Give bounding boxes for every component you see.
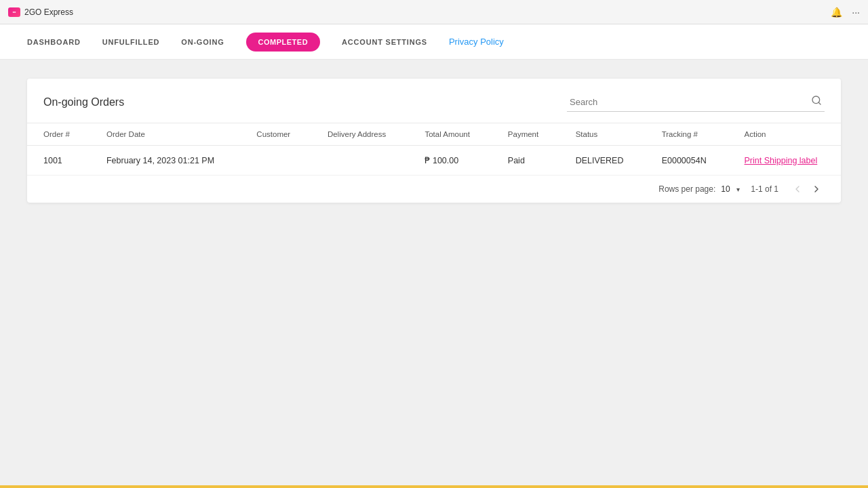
nav-item-account-settings[interactable]: ACCOUNT SETTINGS: [342, 34, 427, 50]
col-status: Status: [559, 123, 646, 146]
table-row: 1001 February 14, 2023 01:21 PM ₱ 100.00…: [27, 146, 841, 176]
search-input[interactable]: [570, 97, 811, 107]
col-payment: Payment: [492, 123, 559, 146]
svg-line-1: [818, 102, 821, 104]
browser-bar: ∞ 2GO Express 🔔 ···: [0, 0, 868, 24]
col-customer: Customer: [240, 123, 311, 146]
app-name: 2GO Express: [24, 7, 73, 17]
cell-order-0: 1001: [27, 146, 90, 176]
nav-item-ongoing[interactable]: ON-GOING: [181, 34, 224, 50]
main-content: On-going Orders Order # Ord: [0, 60, 868, 222]
col-order: Order #: [27, 123, 90, 146]
bell-icon[interactable]: 🔔: [831, 7, 842, 18]
search-icon[interactable]: [811, 95, 822, 108]
browser-icons: 🔔 ···: [831, 7, 860, 18]
next-page-button[interactable]: [808, 182, 825, 196]
orders-table-card: On-going Orders Order # Ord: [27, 79, 841, 203]
cell-total-0: ₱ 100.00: [408, 146, 491, 176]
search-box: [567, 92, 825, 112]
cell-date-0: February 14, 2023 01:21 PM: [90, 146, 240, 176]
col-total: Total Amount: [408, 123, 491, 146]
rows-select-wrapper: 5 10 25 50: [721, 184, 740, 194]
col-date: Order Date: [90, 123, 240, 146]
page-info: 1-1 of 1: [751, 184, 778, 194]
rows-per-page: Rows per page: 5 10 25 50: [658, 184, 740, 194]
rows-per-page-select[interactable]: 5 10 25 50: [721, 184, 740, 194]
nav-item-unfulfilled[interactable]: UNFULFILLED: [102, 34, 160, 50]
cell-action-0: Print Shipping label: [728, 146, 841, 176]
cell-customer-0: [240, 146, 311, 176]
table-title: On-going Orders: [43, 96, 124, 108]
table-header: On-going Orders: [27, 79, 841, 123]
nav-item-completed[interactable]: COMPLETED: [246, 33, 321, 52]
status-bar: [0, 485, 868, 488]
cell-tracking-0: E0000054N: [646, 146, 728, 176]
rows-per-page-label: Rows per page:: [658, 184, 715, 194]
orders-table: Order # Order Date Customer Delivery Add…: [27, 123, 841, 176]
nav-item-dashboard[interactable]: DASHBOARD: [27, 34, 81, 50]
logo-icon: ∞: [8, 7, 20, 17]
more-options-icon[interactable]: ···: [852, 7, 860, 18]
cell-payment-0: Paid: [492, 146, 559, 176]
cell-status-0: DELIVERED: [559, 146, 646, 176]
table-header-row: Order # Order Date Customer Delivery Add…: [27, 123, 841, 146]
nav-item-privacy-policy[interactable]: Privacy Policy: [449, 33, 504, 51]
print-shipping-label-link[interactable]: Print Shipping label: [745, 156, 818, 165]
page-nav: [789, 182, 825, 196]
col-tracking: Tracking #: [646, 123, 728, 146]
cell-address-0: [311, 146, 409, 176]
col-address: Delivery Address: [311, 123, 409, 146]
pagination: Rows per page: 5 10 25 50 1-1 of 1: [27, 176, 841, 203]
prev-page-button[interactable]: [789, 182, 806, 196]
nav-bar: DASHBOARD UNFULFILLED ON-GOING COMPLETED…: [0, 24, 868, 60]
app-logo: ∞ 2GO Express: [8, 7, 73, 17]
app-container: DASHBOARD UNFULFILLED ON-GOING COMPLETED…: [0, 24, 868, 488]
col-action: Action: [728, 123, 841, 146]
